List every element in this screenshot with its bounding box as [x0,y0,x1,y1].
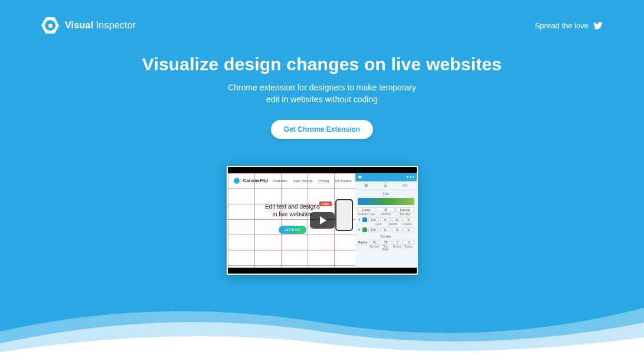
lets-go-button: LET'S GO [279,226,306,234]
hero: Visualize design changes on live website… [0,34,644,275]
border-label: Border [355,233,417,239]
video-brand: CanvasFlip [243,178,269,183]
wave-divider [0,296,644,361]
panel-row-stop1: ✕ 100 % 14 % [355,217,417,223]
login-badge: Login [319,201,331,206]
inspector-panel: 💬 ▦ ≣ Aa Fills Linear 45 Normal Gradient… [355,173,417,268]
brand-logo[interactable]: Visual Inspector [41,17,136,34]
video-left-pane: CanvasFlip Features User Testing Pricing… [228,173,355,268]
header: Visual Inspector Spread the love [0,0,644,34]
fills-label: Fills [355,190,417,197]
chat-icon: 💬 [358,175,362,179]
eye-hex-icon [41,17,59,34]
canvasflip-icon [234,178,240,184]
video-nav: Features User Testing Pricing UX Inspire [273,179,351,183]
spread-the-love-link[interactable]: Spread the love [535,21,603,30]
panel-row-radius: Radius 50 50 3 3 [355,239,417,245]
panel-tabs: ▦ ≣ Aa [355,181,417,190]
brand-name: Visual Inspector [65,20,136,31]
hero-subtitle: Chrome extension for designers to make t… [0,82,644,106]
layers-icon: ≣ [384,183,387,188]
panel-row-type: Linear 45 Normal [355,207,417,213]
palette-icon: ▦ [364,183,368,188]
spread-label: Spread the love [535,21,589,30]
phone-mockup-icon [335,199,353,231]
twitter-icon [593,22,603,30]
get-extension-button[interactable]: Get Chrome Extension [271,120,373,139]
play-icon[interactable] [310,212,335,229]
text-icon: Aa [403,183,408,188]
panel-titlebar: 💬 [355,173,417,181]
gradient-preview [358,198,414,205]
hero-title: Visualize design changes on live website… [0,54,644,74]
panel-row-stop2: ✕ 100 % 72 % [355,227,417,233]
video-thumbnail[interactable]: CanvasFlip Features User Testing Pricing… [227,166,418,275]
